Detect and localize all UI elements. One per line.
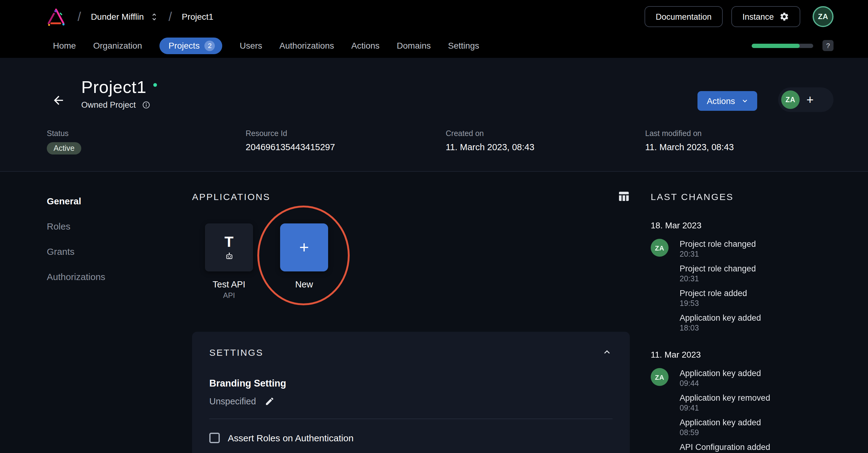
breadcrumb: / Dunder Mifflin / Project1 xyxy=(44,6,213,27)
table-view-icon[interactable] xyxy=(617,190,630,202)
meta-last-modified-label: Last modified on xyxy=(645,129,849,138)
center-column: APPLICATIONS T xyxy=(192,172,630,300)
tab-projects[interactable]: Projects 2 xyxy=(159,37,222,54)
section-menu: General Roles Grants Authorizations xyxy=(47,172,176,296)
info-icon[interactable] xyxy=(141,100,151,109)
change-text: Project role changed xyxy=(680,239,854,249)
documentation-label: Documentation xyxy=(656,12,712,21)
change-entry[interactable]: Project role changed 20:31 xyxy=(651,263,854,283)
settings-title: SETTINGS xyxy=(209,347,264,357)
change-entry[interactable]: Application key added 08:59 xyxy=(651,417,854,437)
console-page: / Dunder Mifflin / Project1 Documentatio… xyxy=(0,0,868,453)
change-entry[interactable]: API Configuration added 08:51 xyxy=(651,442,854,453)
change-date: 18. Mar 2023 xyxy=(651,220,854,230)
app-card-test-api[interactable]: T Test API API xyxy=(205,223,253,300)
settings-panel: SETTINGS Branding Setting Unspecified As… xyxy=(192,332,630,453)
change-time: 08:59 xyxy=(680,428,854,437)
status-badge: Active xyxy=(47,142,81,155)
change-text: Application key added xyxy=(680,313,854,323)
change-time: 19:53 xyxy=(680,299,854,308)
change-entry[interactable]: Application key removed 09:41 xyxy=(651,393,854,412)
tab-users[interactable]: Users xyxy=(240,41,262,51)
add-member-button[interactable]: + xyxy=(806,94,813,106)
change-text: Project role added xyxy=(680,288,854,298)
tab-actions[interactable]: Actions xyxy=(351,41,379,51)
new-app-tile[interactable]: + xyxy=(280,223,328,271)
back-arrow-icon[interactable] xyxy=(52,94,65,107)
change-entry[interactable]: ZA Project role changed 20:31 xyxy=(651,239,854,259)
tab-authorizations[interactable]: Authorizations xyxy=(279,41,334,51)
chevron-down-icon xyxy=(741,97,749,105)
actions-button[interactable]: Actions xyxy=(698,91,757,111)
user-avatar[interactable]: ZA xyxy=(813,6,834,27)
breadcrumb-project[interactable]: Project1 xyxy=(182,12,214,22)
app-type: API xyxy=(223,291,235,300)
sidebar-item-roles[interactable]: Roles xyxy=(47,220,176,233)
sidebar-item-grants[interactable]: Grants xyxy=(47,246,176,258)
branding-setting-label: Branding Setting xyxy=(209,378,613,389)
change-text: API Configuration added xyxy=(680,442,854,452)
member-avatar-initials: ZA xyxy=(785,96,795,103)
usage-progress-bar xyxy=(752,43,813,48)
app-logo-icon[interactable] xyxy=(44,6,68,27)
tab-organization[interactable]: Organization xyxy=(93,41,142,51)
edit-pencil-icon[interactable] xyxy=(265,396,275,406)
help-glyph: ? xyxy=(826,42,830,49)
tab-projects-label: Projects xyxy=(169,41,200,51)
last-changes-panel: LAST CHANGES 18. Mar 2023 ZA Project rol… xyxy=(651,172,854,453)
tab-home[interactable]: Home xyxy=(53,41,76,51)
documentation-button[interactable]: Documentation xyxy=(645,6,723,27)
org-switcher[interactable]: Dunder Mifflin xyxy=(91,12,158,22)
meta-last-modified-value: 11. March 2023, 08:43 xyxy=(645,142,849,152)
tab-settings[interactable]: Settings xyxy=(448,41,479,51)
app-initial: T xyxy=(224,234,233,249)
checkbox[interactable] xyxy=(209,433,220,443)
breadcrumb-separator: / xyxy=(78,9,81,24)
chevron-up-icon[interactable] xyxy=(601,347,613,358)
change-entry[interactable]: Application key added 18:03 xyxy=(651,313,854,332)
topbar-actions: Documentation Instance ZA xyxy=(645,6,834,27)
new-app-card[interactable]: + New xyxy=(280,223,328,300)
meta-resource-id-value: 204696135443415297 xyxy=(246,142,446,152)
meta-resource-id-label: Resource Id xyxy=(246,129,446,138)
meta-created-on: Created on 11. March 2023, 08:43 xyxy=(446,129,645,155)
tab-domains[interactable]: Domains xyxy=(397,41,431,51)
applications-title: APPLICATIONS xyxy=(192,191,271,201)
sidebar-item-general[interactable]: General xyxy=(47,195,176,207)
help-button[interactable]: ? xyxy=(823,40,834,51)
assert-roles-label: Assert Roles on Authentication xyxy=(228,433,354,443)
meta-resource-id: Resource Id 204696135443415297 xyxy=(246,129,446,155)
change-entry[interactable]: ZA Application key added 09:44 xyxy=(651,368,854,388)
plus-icon: + xyxy=(299,239,309,256)
breadcrumb-separator: / xyxy=(168,9,172,24)
meta-status: Status Active xyxy=(47,129,246,155)
change-time: 20:31 xyxy=(680,274,854,283)
meta-created-on-value: 11. March 2023, 08:43 xyxy=(446,142,645,152)
project-title-block: Project1 Owned Project xyxy=(81,77,157,109)
instance-button[interactable]: Instance xyxy=(731,6,800,27)
project-members-group: ZA + xyxy=(778,87,834,112)
meta-created-on-label: Created on xyxy=(446,129,645,138)
change-text: Application key removed xyxy=(680,393,854,403)
sidebar-item-authorizations[interactable]: Authorizations xyxy=(47,271,176,283)
project-active-dot xyxy=(154,83,157,87)
project-title: Project1 xyxy=(81,77,147,97)
project-header: Project1 Owned Project Actions ZA xyxy=(0,58,868,172)
member-avatar[interactable]: ZA xyxy=(781,91,800,109)
main-nav: Home Organization Projects 2 Users Autho… xyxy=(0,33,868,58)
instance-label: Instance xyxy=(742,12,774,21)
change-time: 20:31 xyxy=(680,250,854,259)
applications-list: T Test API API xyxy=(205,223,630,300)
user-avatar-initials: ZA xyxy=(818,12,828,21)
change-entry[interactable]: Project role added 19:53 xyxy=(651,288,854,308)
meta-last-modified: Last modified on 11. March 2023, 08:43 xyxy=(645,129,849,155)
project-meta: Status Active Resource Id 20469613544341… xyxy=(47,129,849,155)
topbar: / Dunder Mifflin / Project1 Documentatio… xyxy=(0,0,868,33)
gear-icon xyxy=(779,12,789,22)
project-subtitle: Owned Project xyxy=(81,100,136,109)
change-time: 09:41 xyxy=(680,404,854,412)
change-text: Application key added xyxy=(680,368,854,379)
last-changes-title: LAST CHANGES xyxy=(651,191,854,202)
assert-roles-checkbox-row[interactable]: Assert Roles on Authentication xyxy=(209,433,613,443)
change-text: Project role changed xyxy=(680,263,854,274)
